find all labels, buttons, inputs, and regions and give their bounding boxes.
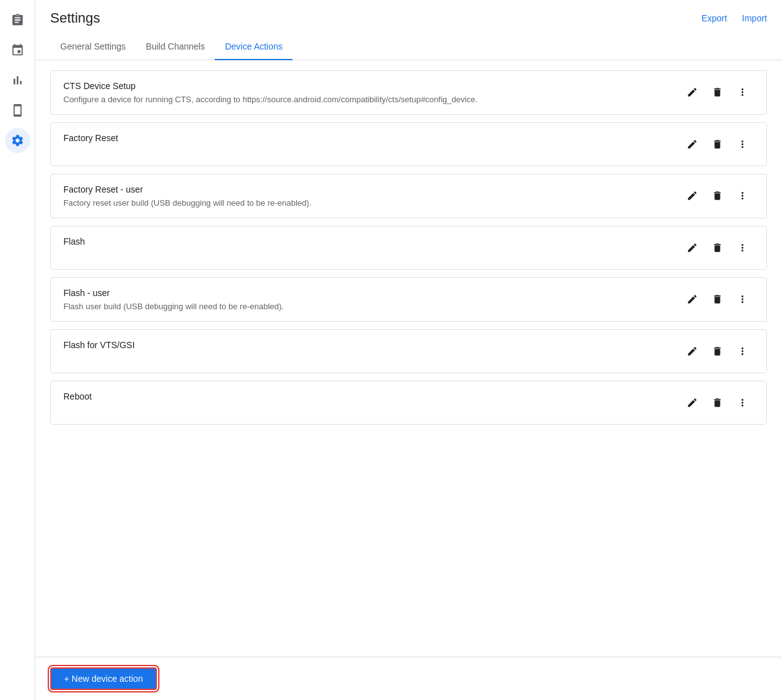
edit-button[interactable]	[681, 81, 704, 103]
action-description: Configure a device for running CTS, acco…	[63, 95, 671, 104]
edit-button[interactable]	[681, 133, 704, 156]
more-button[interactable]	[731, 133, 754, 156]
import-link[interactable]: Import	[742, 13, 767, 23]
edit-button[interactable]	[681, 288, 704, 310]
delete-button[interactable]	[706, 391, 729, 414]
more-button[interactable]	[731, 340, 754, 363]
sidebar-item-calendar[interactable]	[5, 38, 30, 63]
action-card-flash-user: Flash - user Flash user build (USB debug…	[50, 277, 767, 322]
delete-button[interactable]	[706, 340, 729, 363]
action-description: Flash user build (USB debugging will nee…	[63, 302, 671, 311]
more-button[interactable]	[731, 81, 754, 103]
content-area: CTS Device Setup Configure a device for …	[35, 60, 782, 657]
action-title: Flash - user	[63, 288, 671, 298]
tabs-bar: General Settings Build Channels Device A…	[35, 34, 782, 60]
edit-button[interactable]	[681, 391, 704, 414]
action-controls	[681, 288, 754, 310]
action-card-factory-reset: Factory Reset	[50, 122, 767, 166]
delete-button[interactable]	[706, 288, 729, 310]
header-actions: Export Import	[702, 13, 767, 23]
action-title: Factory Reset	[63, 133, 671, 143]
page-header: Settings Export Import	[35, 0, 782, 26]
bottom-bar: + New device action	[35, 657, 782, 700]
delete-button[interactable]	[706, 236, 729, 259]
more-button[interactable]	[731, 236, 754, 259]
sidebar-item-device[interactable]	[5, 98, 30, 123]
more-button[interactable]	[731, 391, 754, 414]
action-card-left: Reboot	[63, 391, 671, 405]
action-card-factory-reset-user: Factory Reset - user Factory reset user …	[50, 174, 767, 218]
action-card-left: Factory Reset	[63, 133, 671, 147]
tab-build-channels[interactable]: Build Channels	[136, 34, 215, 60]
tab-general-settings[interactable]: General Settings	[50, 34, 136, 60]
delete-button[interactable]	[706, 184, 729, 207]
sidebar-item-chart[interactable]	[5, 68, 30, 93]
action-card-flash-vts-gsi: Flash for VTS/GSI	[50, 329, 767, 373]
more-button[interactable]	[731, 288, 754, 310]
main-content: Settings Export Import General Settings …	[35, 0, 782, 700]
action-card-left: Flash - user Flash user build (USB debug…	[63, 288, 671, 311]
delete-button[interactable]	[706, 81, 729, 103]
action-controls	[681, 391, 754, 414]
action-card-reboot: Reboot	[50, 381, 767, 425]
action-title: Factory Reset - user	[63, 184, 671, 194]
action-card-left: Flash for VTS/GSI	[63, 340, 671, 354]
more-button[interactable]	[731, 184, 754, 207]
action-controls	[681, 133, 754, 156]
tab-device-actions[interactable]: Device Actions	[215, 34, 292, 60]
action-card-flash: Flash	[50, 226, 767, 270]
delete-button[interactable]	[706, 133, 729, 156]
action-title: Flash for VTS/GSI	[63, 340, 671, 350]
action-card-cts-device-setup: CTS Device Setup Configure a device for …	[50, 70, 767, 115]
action-card-left: CTS Device Setup Configure a device for …	[63, 81, 671, 104]
sidebar-item-clipboard[interactable]	[5, 8, 30, 33]
action-controls	[681, 340, 754, 363]
action-description: Factory reset user build (USB debugging …	[63, 198, 671, 208]
page-title: Settings	[50, 10, 100, 26]
action-controls	[681, 81, 754, 103]
action-controls	[681, 236, 754, 259]
edit-button[interactable]	[681, 340, 704, 363]
edit-button[interactable]	[681, 184, 704, 207]
new-device-action-button[interactable]: + New device action	[50, 667, 157, 690]
action-card-left: Flash	[63, 236, 671, 250]
sidebar-item-settings[interactable]	[5, 128, 30, 153]
sidebar	[0, 0, 35, 700]
edit-button[interactable]	[681, 236, 704, 259]
action-title: Reboot	[63, 391, 671, 401]
export-link[interactable]: Export	[702, 13, 727, 23]
action-title: Flash	[63, 236, 671, 247]
action-controls	[681, 184, 754, 207]
action-title: CTS Device Setup	[63, 81, 671, 91]
action-card-left: Factory Reset - user Factory reset user …	[63, 184, 671, 208]
